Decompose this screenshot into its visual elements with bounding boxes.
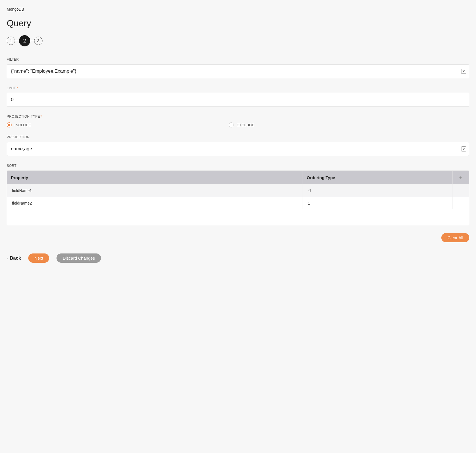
- table-row[interactable]: fieldName1 -1: [7, 184, 469, 197]
- projection-label: PROJECTION: [7, 135, 469, 139]
- filter-input-wrap: V: [7, 64, 469, 78]
- next-button[interactable]: Next: [28, 253, 49, 263]
- breadcrumb-mongodb[interactable]: MongoDB: [7, 7, 24, 11]
- radio-exclude[interactable]: EXCLUDE: [229, 122, 451, 127]
- step-line: [30, 41, 34, 41]
- page-title: Query: [7, 18, 469, 29]
- limit-label: LIMIT*: [7, 86, 469, 90]
- sort-row-ordering: 1: [303, 197, 452, 210]
- filter-label: FILTER: [7, 58, 469, 61]
- radio-exclude-label: EXCLUDE: [237, 123, 255, 127]
- filter-input[interactable]: [7, 65, 469, 78]
- required-asterisk: *: [41, 115, 42, 118]
- projection-input[interactable]: [7, 142, 469, 156]
- chevron-left-icon: ‹: [7, 256, 8, 260]
- radio-include-label: INCLUDE: [15, 123, 31, 127]
- sort-empty-area: [7, 209, 469, 225]
- step-2[interactable]: 2: [19, 35, 30, 46]
- sort-col-ordering: Ordering Type: [303, 171, 452, 184]
- projection-input-wrap: V: [7, 142, 469, 156]
- radio-include[interactable]: INCLUDE: [7, 122, 229, 127]
- projection-type-label-text: PROJECTION TYPE: [7, 115, 40, 118]
- sort-label: SORT: [7, 164, 469, 168]
- stepper: 1 2 3: [7, 35, 469, 46]
- step-line: [15, 41, 19, 41]
- sort-row-property: fieldName1: [7, 184, 303, 197]
- variable-icon[interactable]: V: [461, 146, 466, 151]
- projection-type-label: PROJECTION TYPE*: [7, 115, 469, 118]
- limit-label-text: LIMIT: [7, 86, 16, 90]
- required-asterisk: *: [17, 86, 18, 90]
- sort-col-property: Property: [7, 171, 303, 184]
- step-3[interactable]: 3: [34, 37, 43, 45]
- discard-changes-button[interactable]: Discard Changes: [56, 253, 101, 263]
- back-label: Back: [10, 255, 21, 261]
- limit-input[interactable]: [7, 93, 469, 106]
- plus-icon[interactable]: ＋: [458, 174, 463, 181]
- radio-circle-icon: [7, 122, 12, 127]
- limit-input-wrap: [7, 93, 469, 107]
- sort-row-property: fieldName2: [7, 197, 303, 210]
- radio-circle-icon: [229, 122, 234, 127]
- clear-all-button[interactable]: Clear All: [441, 233, 469, 242]
- variable-icon[interactable]: V: [461, 69, 466, 74]
- sort-table: Property Ordering Type ＋ fieldName1 -1 f…: [7, 170, 469, 225]
- back-button[interactable]: ‹ Back: [7, 255, 21, 261]
- sort-col-add: ＋: [452, 171, 469, 184]
- table-row[interactable]: fieldName2 1: [7, 197, 469, 210]
- step-1[interactable]: 1: [7, 37, 15, 45]
- sort-row-ordering: -1: [303, 184, 452, 197]
